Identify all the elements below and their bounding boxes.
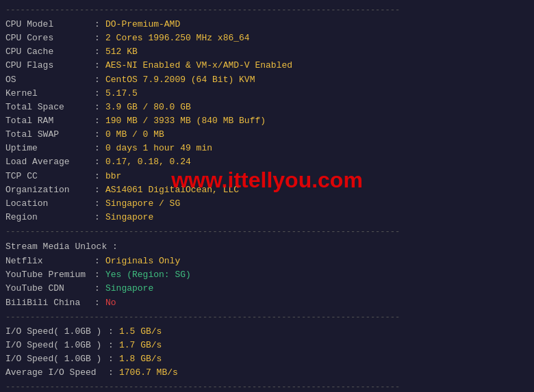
row-value: CentOS 7.9.2009 (64 Bit) KVM <box>105 73 255 87</box>
table-row: I/O Speed( 1.0GB ): 1.7 GB/s <box>5 339 529 352</box>
row-value: DO-Premium-AMD <box>105 18 180 31</box>
row-value: Singapore / SG <box>105 197 180 211</box>
table-row: BiliBili China: No <box>5 296 529 310</box>
table-row: Total RAM: 190 MB / 3933 MB (840 MB Buff… <box>5 114 529 128</box>
row-label: Uptime <box>5 142 94 155</box>
row-value: AES-NI Enabled & VM-x/AMD-V Enabled <box>105 59 292 73</box>
table-row: TCP CC: bbr <box>5 170 529 183</box>
row-value: 512 KB <box>105 45 138 59</box>
row-label: Total SWAP <box>5 128 94 142</box>
row-value: Yes (Region: SG) <box>105 268 191 282</box>
row-value: 2 Cores 1996.250 MHz x86_64 <box>105 31 250 45</box>
table-row: Total SWAP: 0 MB / 0 MB <box>5 128 529 142</box>
row-label: CPU Model <box>5 18 94 31</box>
row-label: CPU Cache <box>5 45 94 59</box>
row-label: TCP CC <box>5 170 94 183</box>
row-value: 190 MB / 3933 MB (840 MB Buff) <box>105 114 266 128</box>
row-label: BiliBili China <box>5 296 94 310</box>
divider-4: ----------------------------------------… <box>5 382 529 392</box>
table-row: Location: Singapore / SG <box>5 197 529 211</box>
row-value: Originals Only <box>105 254 180 268</box>
system-section: CPU Model: DO-Premium-AMDCPU Cores: 2 Co… <box>5 18 529 224</box>
table-row: I/O Speed( 1.0GB ): 1.8 GB/s <box>5 352 529 366</box>
table-row: Kernel: 5.17.5 <box>5 87 529 101</box>
row-label: Average I/O Speed <box>5 366 108 380</box>
row-label: CPU Flags <box>5 59 94 73</box>
row-value: 0 MB / 0 MB <box>105 128 164 142</box>
table-row: I/O Speed( 1.0GB ): 1.5 GB/s <box>5 325 529 339</box>
row-label: I/O Speed( 1.0GB ) <box>5 352 108 366</box>
row-value: 1.8 GB/s <box>119 352 162 366</box>
row-value: No <box>105 296 116 310</box>
table-row: Region: Singapore <box>5 211 529 224</box>
table-row: Uptime: 0 days 1 hour 49 min <box>5 142 529 155</box>
table-row: Average I/O Speed: 1706.7 MB/s <box>5 366 529 380</box>
divider-2: ----------------------------------------… <box>5 227 529 237</box>
row-label: Load Average <box>5 155 94 169</box>
row-label: I/O Speed( 1.0GB ) <box>5 325 108 339</box>
table-row: Load Average: 0.17, 0.18, 0.24 <box>5 155 529 169</box>
row-label: Region <box>5 211 94 224</box>
row-label: Location <box>5 197 94 211</box>
row-value: 1.5 GB/s <box>119 325 162 339</box>
row-value: bbr <box>105 170 121 183</box>
divider-3: ----------------------------------------… <box>5 313 529 322</box>
table-row: YouTube CDN: Singapore <box>5 282 529 296</box>
row-value: 5.17.5 <box>105 87 138 101</box>
row-label: Kernel <box>5 87 94 101</box>
table-row: CPU Cache: 512 KB <box>5 45 529 59</box>
media-header: Stream Media Unlock : <box>5 239 529 254</box>
row-value: Singapore <box>105 282 153 296</box>
table-row: YouTube Premium: Yes (Region: SG) <box>5 268 529 282</box>
row-label: Netflix <box>5 254 94 268</box>
table-row: CPU Model: DO-Premium-AMD <box>5 18 529 31</box>
row-value: 1.7 GB/s <box>119 339 162 352</box>
row-label: Total RAM <box>5 114 94 128</box>
row-value: 1706.7 MB/s <box>119 366 178 380</box>
row-label: YouTube CDN <box>5 282 94 296</box>
row-label: I/O Speed( 1.0GB ) <box>5 339 108 352</box>
row-value: Singapore <box>105 211 153 224</box>
row-value: AS14061 DigitalOcean, LLC <box>105 183 239 197</box>
table-row: Total Space: 3.9 GB / 80.0 GB <box>5 101 529 114</box>
row-value: 0.17, 0.18, 0.24 <box>105 155 191 169</box>
table-row: Netflix: Originals Only <box>5 254 529 268</box>
media-section: Stream Media Unlock :Netflix: Originals … <box>5 239 529 310</box>
table-row: CPU Cores: 2 Cores 1996.250 MHz x86_64 <box>5 31 529 45</box>
row-label: CPU Cores <box>5 31 94 45</box>
table-row: OS: CentOS 7.9.2009 (64 Bit) KVM <box>5 73 529 87</box>
table-row: Organization: AS14061 DigitalOcean, LLC <box>5 183 529 197</box>
row-value: 0 days 1 hour 49 min <box>105 142 212 155</box>
divider-top: ----------------------------------------… <box>5 5 529 15</box>
row-label: YouTube Premium <box>5 268 94 282</box>
row-label: OS <box>5 73 94 87</box>
row-value: 3.9 GB / 80.0 GB <box>105 101 191 114</box>
row-label: Total Space <box>5 101 94 114</box>
io-section: I/O Speed( 1.0GB ): 1.5 GB/sI/O Speed( 1… <box>5 325 529 380</box>
row-label: Organization <box>5 183 94 197</box>
table-row: CPU Flags: AES-NI Enabled & VM-x/AMD-V E… <box>5 59 529 73</box>
